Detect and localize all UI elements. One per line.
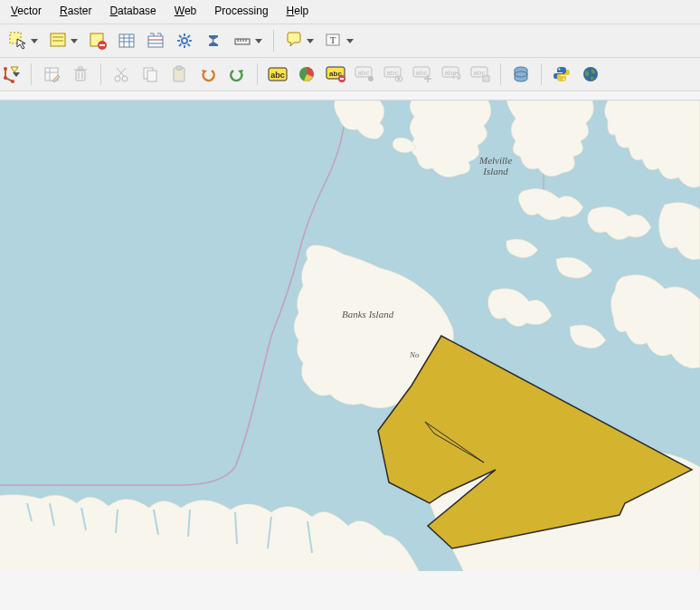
svg-rect-72	[483, 76, 489, 81]
svg-rect-1	[51, 33, 65, 46]
map-svg	[0, 100, 700, 571]
svg-point-43	[122, 76, 128, 81]
deselect-button[interactable]	[85, 28, 110, 53]
svg-rect-56	[340, 78, 344, 80]
paste-button[interactable]	[166, 62, 192, 87]
label-pin-button[interactable]: abc	[352, 62, 377, 87]
toolbar-separator	[100, 63, 101, 85]
toolbar-separator	[541, 63, 542, 85]
svg-line-20	[179, 35, 182, 38]
move-label-icon: abc	[412, 66, 432, 82]
vertex-tool-button[interactable]	[0, 62, 24, 87]
menu-web-accel: W	[175, 5, 184, 17]
single-label-button[interactable]: abc	[265, 62, 290, 87]
menu-raster-label: aster	[68, 5, 92, 17]
move-label-button[interactable]: abc	[410, 62, 435, 87]
map-tips-button[interactable]	[281, 28, 317, 53]
change-label-button[interactable]: abc	[468, 62, 493, 87]
database-button[interactable]	[508, 62, 534, 87]
menu-vector[interactable]: Vector	[2, 3, 51, 19]
modify-attributes-button[interactable]	[39, 62, 64, 87]
svg-rect-41	[79, 67, 82, 70]
attribute-table-icon	[118, 32, 136, 50]
svg-point-15	[182, 38, 187, 43]
modify-attributes-icon	[43, 65, 61, 83]
svg-line-23	[188, 35, 191, 38]
deselect-icon	[89, 32, 107, 50]
svg-text:abc: abc	[416, 69, 428, 77]
svg-text:abc: abc	[358, 69, 370, 77]
select-features-button[interactable]	[5, 28, 42, 53]
toolbar-row-1: T	[0, 24, 700, 58]
label-pin-icon: abc	[355, 66, 374, 82]
diagram-button[interactable]	[294, 62, 319, 87]
menu-raster-accel: R	[60, 5, 68, 17]
menu-database[interactable]: Database	[100, 3, 165, 19]
svg-line-44	[118, 68, 126, 76]
rotate-label-icon: abc	[441, 66, 461, 82]
svg-text:abc: abc	[387, 69, 399, 77]
svg-rect-49	[176, 66, 182, 70]
select-by-form-button[interactable]	[45, 28, 81, 53]
label-melville-island: MelvilleIsland	[479, 155, 512, 176]
menu-raster[interactable]: Raster	[51, 3, 100, 19]
menu-web-label: eb	[184, 5, 196, 17]
menu-processing[interactable]: Processing	[205, 3, 277, 19]
svg-text:T: T	[330, 34, 336, 45]
svg-rect-7	[119, 34, 134, 47]
menu-help-label: elp	[294, 5, 308, 17]
redo-icon	[228, 65, 246, 83]
label-banks-island: Banks Island	[342, 309, 393, 319]
processing-toolbox-button[interactable]	[172, 28, 197, 53]
measure-button[interactable]	[230, 28, 266, 53]
svg-point-31	[4, 67, 7, 71]
svg-rect-12	[148, 36, 163, 47]
python-console-button[interactable]	[549, 62, 574, 87]
cut-button[interactable]	[109, 62, 134, 87]
toolbar-gap	[0, 91, 700, 100]
show-hide-label-button[interactable]: abc	[381, 62, 406, 87]
wms-browser-button[interactable]	[578, 62, 603, 87]
label-highlight-icon: abc	[326, 66, 345, 82]
change-label-icon: abc	[470, 66, 490, 82]
svg-point-42	[115, 76, 120, 81]
field-calculator-button[interactable]	[143, 28, 168, 53]
svg-point-59	[368, 76, 374, 81]
rotate-label-button[interactable]: abc	[439, 62, 464, 87]
svg-line-22	[179, 44, 182, 47]
trash-icon	[71, 65, 90, 83]
menu-database-label: atabase	[118, 5, 156, 17]
text-annotation-icon: T	[325, 32, 343, 50]
menu-web[interactable]: Web	[166, 3, 205, 19]
delete-button[interactable]	[68, 62, 93, 87]
menu-help[interactable]: Help	[278, 3, 318, 19]
svg-text:abc: abc	[270, 71, 285, 80]
map-canvas[interactable]: Banks Island MelvilleIsland No	[0, 100, 700, 571]
attribute-table-button[interactable]	[114, 28, 139, 53]
menu-vector-label: ector	[17, 5, 42, 17]
text-annotation-button[interactable]: T	[321, 28, 357, 53]
undo-icon	[199, 65, 217, 83]
pie-diagram-icon	[298, 65, 316, 83]
svg-point-75	[559, 69, 561, 71]
label-partial: No	[410, 349, 420, 360]
copy-icon	[141, 65, 159, 83]
database-icon	[512, 65, 530, 83]
gear-icon	[175, 32, 194, 50]
sigma-icon	[204, 32, 222, 50]
copy-button[interactable]	[137, 62, 163, 87]
svg-text:abc: abc	[445, 69, 457, 77]
label-highlight-button[interactable]: abc	[323, 62, 348, 87]
undo-button[interactable]	[195, 62, 221, 87]
paste-icon	[170, 65, 188, 83]
statistics-button[interactable]	[201, 28, 226, 53]
single-label-icon: abc	[268, 67, 288, 81]
menu-help-accel: H	[287, 5, 295, 17]
svg-point-33	[11, 80, 14, 83]
show-hide-label-icon: abc	[383, 66, 403, 82]
toolbar-row-2: abc abc abc abc abc abc abc	[0, 58, 700, 91]
svg-rect-37	[76, 71, 85, 81]
svg-rect-24	[235, 39, 250, 44]
redo-button[interactable]	[224, 62, 250, 87]
menu-database-accel: D	[109, 5, 118, 17]
